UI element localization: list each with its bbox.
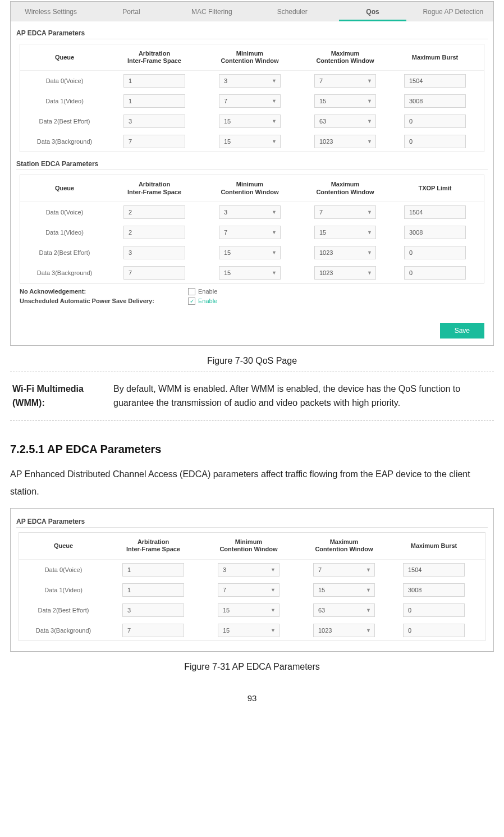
queue-label: Data 3(Background) (22, 269, 107, 276)
chevron-down-icon: ▼ (272, 139, 277, 144)
chevron-down-icon: ▼ (367, 230, 372, 235)
queue-label: Data 1(Video) (22, 98, 107, 104)
max-cw-select[interactable]: 7▼ (313, 563, 375, 577)
min-cw-select[interactable]: 7▼ (218, 583, 280, 597)
figure-caption-2: Figure 7-31 AP EDCA Parameters (10, 662, 494, 672)
queue-label: Data 2(Best Effort) (22, 249, 107, 256)
column-header: Queue (21, 542, 106, 550)
chevron-down-icon: ▼ (271, 587, 276, 593)
aifs-input[interactable] (122, 583, 184, 597)
tab-wireless-settings[interactable]: Wireless Settings (11, 2, 91, 21)
queue-label: Data 0(Voice) (22, 209, 107, 216)
max-cw-select[interactable]: 7▼ (314, 205, 376, 219)
tab-rogue-ap-detection[interactable]: Rogue AP Detection (413, 2, 493, 21)
column-header: ArbitrationInter-Frame Space (107, 181, 202, 195)
aifs-input[interactable] (122, 603, 184, 617)
last-col-input[interactable] (404, 94, 466, 108)
last-col-input[interactable] (404, 205, 466, 219)
max-cw-select[interactable]: 1023▼ (313, 624, 375, 637)
uapsd-label: Unscheduled Automatic Power Save Deliver… (20, 298, 188, 304)
chevron-down-icon: ▼ (367, 270, 372, 276)
last-col-input[interactable] (404, 135, 466, 148)
aifs-input[interactable] (123, 266, 185, 280)
min-cw-select[interactable]: 3▼ (219, 205, 281, 219)
column-header: TXOP Limit (393, 185, 477, 192)
queue-label: Data 0(Voice) (21, 566, 106, 573)
uapsd-enable-label: Enable (198, 298, 217, 304)
page-number: 93 (10, 693, 494, 703)
chevron-down-icon: ▼ (366, 607, 371, 613)
max-cw-select[interactable]: 15▼ (314, 226, 376, 239)
chevron-down-icon: ▼ (366, 567, 371, 573)
chevron-down-icon: ▼ (366, 587, 371, 593)
max-cw-select[interactable]: 63▼ (313, 603, 375, 617)
last-col-input[interactable] (403, 583, 465, 597)
table-row: Data 2(Best Effort)15▼1023▼ (20, 243, 484, 263)
dashed-rule (10, 372, 494, 372)
min-cw-select[interactable]: 15▼ (219, 115, 281, 128)
max-cw-select[interactable]: 7▼ (314, 74, 376, 88)
max-cw-select[interactable]: 63▼ (314, 115, 376, 128)
uapsd-checkbox[interactable] (188, 298, 195, 305)
table-row: Data 0(Voice)3▼7▼ (20, 71, 484, 91)
table-row: Data 1(Video)7▼15▼ (20, 222, 484, 243)
aifs-input[interactable] (123, 115, 185, 128)
table-row: Data 1(Video)7▼15▼ (19, 580, 485, 600)
last-col-input[interactable] (404, 246, 466, 259)
table-row: Data 3(Background)15▼1023▼ (19, 620, 485, 641)
table-row: Data 0(Voice)3▼7▼ (19, 560, 485, 580)
no-ack-checkbox[interactable] (188, 288, 195, 295)
table-row: Data 2(Best Effort)15▼63▼ (19, 600, 485, 620)
last-col-input[interactable] (404, 74, 466, 88)
tab-qos[interactable]: Qos (332, 2, 413, 21)
last-col-input[interactable] (403, 624, 465, 637)
min-cw-select[interactable]: 3▼ (218, 563, 280, 577)
column-header: MinimumContention Window (202, 50, 297, 65)
column-header: MinimumContention Window (202, 181, 297, 195)
column-header: MaximumContention Window (297, 181, 393, 195)
aifs-input[interactable] (123, 205, 185, 219)
min-cw-select[interactable]: 7▼ (219, 226, 281, 239)
save-button[interactable]: Save (440, 323, 484, 339)
table-row: Data 3(Background)15▼1023▼ (20, 131, 484, 152)
no-ack-label: No Acknowledgement: (20, 288, 188, 295)
tab-portal[interactable]: Portal (91, 2, 171, 21)
chevron-down-icon: ▼ (272, 78, 277, 84)
max-cw-select[interactable]: 15▼ (314, 94, 376, 108)
figure-caption-1: Figure 7-30 QoS Page (10, 356, 494, 366)
last-col-input[interactable] (404, 226, 466, 239)
aifs-input[interactable] (123, 246, 185, 259)
min-cw-select[interactable]: 15▼ (219, 135, 281, 148)
min-cw-select[interactable]: 7▼ (219, 94, 281, 108)
aifs-input[interactable] (123, 135, 185, 148)
min-cw-select[interactable]: 15▼ (218, 624, 280, 637)
uapsd-row: Unscheduled Automatic Power Save Deliver… (20, 298, 484, 305)
tab-scheduler[interactable]: Scheduler (252, 2, 332, 21)
chevron-down-icon: ▼ (272, 270, 277, 276)
aifs-input[interactable] (123, 226, 185, 239)
max-cw-select[interactable]: 1023▼ (314, 246, 376, 259)
chevron-down-icon: ▼ (271, 567, 276, 573)
min-cw-select[interactable]: 3▼ (219, 74, 281, 88)
min-cw-select[interactable]: 15▼ (219, 246, 281, 259)
max-cw-select[interactable]: 1023▼ (314, 266, 376, 280)
min-cw-select[interactable]: 15▼ (219, 266, 281, 280)
queue-label: Data 2(Best Effort) (22, 118, 107, 125)
aifs-input[interactable] (122, 563, 184, 577)
max-cw-select[interactable]: 15▼ (313, 583, 375, 597)
paragraph-ap-edca-desc: AP Enhanced Distributed Channel Access (… (10, 466, 494, 500)
last-col-input[interactable] (404, 115, 466, 128)
last-col-input[interactable] (403, 563, 465, 577)
max-cw-select[interactable]: 1023▼ (314, 135, 376, 148)
chevron-down-icon: ▼ (367, 250, 372, 255)
last-col-input[interactable] (403, 603, 465, 617)
last-col-input[interactable] (404, 266, 466, 280)
min-cw-select[interactable]: 15▼ (218, 603, 280, 617)
aifs-input[interactable] (123, 74, 185, 88)
queue-label: Data 1(Video) (21, 587, 106, 593)
aifs-input[interactable] (123, 94, 185, 108)
tab-mac-filtering[interactable]: MAC Filtering (172, 2, 252, 21)
column-header: MaximumContention Window (297, 50, 393, 65)
aifs-input[interactable] (122, 624, 184, 637)
chevron-down-icon: ▼ (366, 628, 371, 633)
